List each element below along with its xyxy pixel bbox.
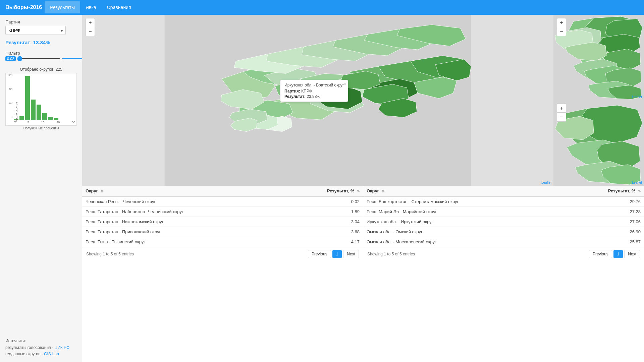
table-left-col2-header[interactable]: Результат, % ⇅: [286, 186, 363, 196]
table-left-result: 1.89: [286, 207, 363, 217]
chart-area: 120 80 40 0 Число округов: [5, 73, 77, 126]
chart-x-axis-label: Полученные проценты: [5, 126, 77, 130]
sidebar: Партия КПРФ ЕР ЛДПР СР ▾ Результат: 13.3…: [0, 15, 82, 362]
sources-label: Источники:: [5, 338, 77, 344]
table-left-footer: Showing 1 to 5 of 5 entries Previous 1 N…: [82, 247, 363, 261]
mini-map-top-svg: [553, 15, 644, 100]
sources-section: Источники: результаты голосования - ЦИК …: [5, 338, 77, 357]
map-sub-bottom[interactable]: + − Leaflet: [553, 100, 644, 186]
table-right-body: Респ. Башкортостан - Стерлитамакский окр…: [363, 196, 644, 247]
y-label-120: 120: [7, 73, 12, 77]
map-sub-top[interactable]: + − Leaflet: [553, 15, 644, 100]
tables-row: Округ ⇅ Результат, % ⇅ Чеченская Респ. -…: [82, 186, 644, 362]
bar-3: [25, 76, 30, 120]
party-select[interactable]: КПРФ ЕР ЛДПР СР: [5, 26, 66, 35]
sources-votes-text: результаты голосования -: [5, 345, 53, 350]
table-left-region: Респ. Тыва - Тывинский округ: [82, 237, 286, 247]
table-row: Респ. Тыва - Тывинский округ4.17: [82, 237, 363, 247]
table-row: Респ. Башкортостан - Стерлитамакский окр…: [363, 196, 644, 207]
table-right-footer: Showing 1 to 5 of 5 entries Previous 1 N…: [363, 247, 644, 261]
sources-geo-link[interactable]: GIS-Lab: [44, 352, 59, 356]
table-row: Респ. Марий Эл - Марийский округ27.28: [363, 207, 644, 217]
table-left-col1-header[interactable]: Округ ⇅: [82, 186, 286, 196]
app-header: Выборы-2016 Результаты Явка Сравнения: [0, 0, 644, 15]
filter-range-input[interactable]: [17, 58, 60, 59]
table-right-page-1[interactable]: 1: [613, 250, 623, 258]
tooltip-result-value: 23.93%: [307, 94, 320, 99]
table-right-prev-button[interactable]: Previous: [589, 250, 612, 258]
filter-min-badge: 0.02: [5, 56, 16, 61]
table-right-region: Омская обл. - Москаленский округ: [363, 237, 564, 247]
maps-row: + − × Иркутская обл. - Братский округ Па…: [82, 15, 644, 186]
tooltip-party-label: Партия:: [284, 89, 300, 94]
content-area: + − × Иркутская обл. - Братский округ Па…: [82, 15, 644, 362]
table-left-region: Респ. Татарстан - Набережно- Челнинский …: [82, 207, 286, 217]
table-row: Респ. Татарстан - Приволжский округ3.68: [82, 227, 363, 237]
table-right: Округ ⇅ Результат, % ⇅ Респ. Башкортоста…: [363, 186, 644, 247]
table-right-region: Иркутская обл. - Иркутский округ: [363, 217, 564, 227]
table-right-next-button[interactable]: Next: [624, 250, 640, 258]
y-label-80: 80: [9, 87, 12, 91]
sources-geo-text: геоданные округов -: [5, 352, 43, 356]
table-right-result: 27.28: [564, 207, 644, 217]
sources-votes-row: результаты голосования - ЦИК РФ: [5, 345, 77, 351]
tab-comparison[interactable]: Сравнения: [102, 1, 137, 13]
bar-5: [37, 105, 41, 120]
main-map[interactable]: + − × Иркутская обл. - Братский округ Па…: [82, 15, 553, 186]
y-axis-label: Число округов: [15, 102, 18, 122]
table-row: Омская обл. - Москаленский округ25.87: [363, 237, 644, 247]
x-label-5: 5: [28, 121, 29, 124]
main-map-zoom-out[interactable]: −: [86, 27, 95, 36]
tooltip-close[interactable]: ×: [343, 81, 346, 86]
table-right-col2-header[interactable]: Результат, % ⇅: [564, 186, 644, 196]
sub-map-bottom-leaflet: Leaflet: [632, 181, 642, 184]
table-right-result: 26.90: [564, 227, 644, 237]
party-select-wrap[interactable]: КПРФ ЕР ЛДПР СР ▾: [5, 26, 66, 35]
table-right-region: Респ. Марий Эл - Марийский округ: [363, 207, 564, 217]
tooltip-region: Иркутская обл. - Братский округ: [284, 83, 344, 87]
app-title: Выборы-2016: [5, 4, 42, 10]
main-map-zoom-in[interactable]: +: [86, 18, 95, 27]
sub-map-bottom-zoom-out[interactable]: −: [557, 113, 566, 121]
table-left: Округ ⇅ Результат, % ⇅ Чеченская Респ. -…: [82, 186, 363, 247]
table-right-result: 29.76: [564, 196, 644, 207]
table-left-body: Чеченская Респ. - Чеченский округ0.02Рес…: [82, 196, 363, 247]
table-left-pagination: Previous 1 Next: [308, 250, 359, 258]
table-left-region: Респ. Татарстан - Приволжский округ: [82, 227, 286, 237]
table-left-next-button[interactable]: Next: [343, 250, 359, 258]
sources-votes-link[interactable]: ЦИК РФ: [54, 345, 69, 350]
map-side: + − Leaflet: [553, 15, 644, 186]
sub-map-top-leaflet: Leaflet: [632, 95, 642, 99]
tab-attendance[interactable]: Явка: [80, 1, 102, 13]
mini-map-bottom-svg: [553, 100, 644, 186]
main-map-zoom-controls: + −: [86, 18, 95, 36]
sub-map-top-zoom-out[interactable]: −: [557, 27, 566, 36]
table-left-page-1[interactable]: 1: [332, 250, 342, 258]
tab-results[interactable]: Результаты: [45, 1, 80, 13]
table-row: Респ. Татарстан - Набережно- Челнинский …: [82, 207, 363, 217]
result-text: Результат: 13.34%: [5, 40, 77, 45]
tooltip-party-value: КПРФ: [301, 89, 312, 94]
sub-map-bottom-zoom-in[interactable]: +: [557, 104, 566, 113]
table-left-result: 0.02: [286, 196, 363, 207]
table-left-region: Респ. Татарстан - Нижнекамский округ: [82, 217, 286, 227]
chart-section: Отобрано округов: 225 120 80 40 0 Число …: [5, 67, 77, 130]
table-left-result: 3.68: [286, 227, 363, 237]
y-label-40: 40: [9, 101, 12, 105]
sub-map-top-zoom-in[interactable]: +: [557, 18, 566, 27]
table-left-region: Чеченская Респ. - Чеченский округ: [82, 196, 286, 207]
y-label-0: 0: [11, 115, 12, 119]
sort-icon-left-col2: ⇅: [357, 189, 360, 193]
party-label: Партия: [5, 19, 77, 24]
table-panel-right: Округ ⇅ Результат, % ⇅ Респ. Башкортоста…: [363, 186, 644, 362]
bar-2: [19, 116, 24, 120]
map-tooltip: × Иркутская обл. - Братский округ Партия…: [280, 80, 348, 102]
table-right-result: 25.87: [564, 237, 644, 247]
chart-bars: [14, 76, 75, 120]
sort-icon-right-col2: ⇅: [638, 189, 641, 193]
table-left-prev-button[interactable]: Previous: [308, 250, 331, 258]
table-right-col1-header[interactable]: Округ ⇅: [363, 186, 564, 196]
table-left-footer-text: Showing 1 to 5 of 5 entries: [86, 252, 134, 256]
sort-icon-left-col1: ⇅: [101, 189, 103, 193]
tooltip-party-row: Партия: КПРФ: [284, 89, 344, 94]
